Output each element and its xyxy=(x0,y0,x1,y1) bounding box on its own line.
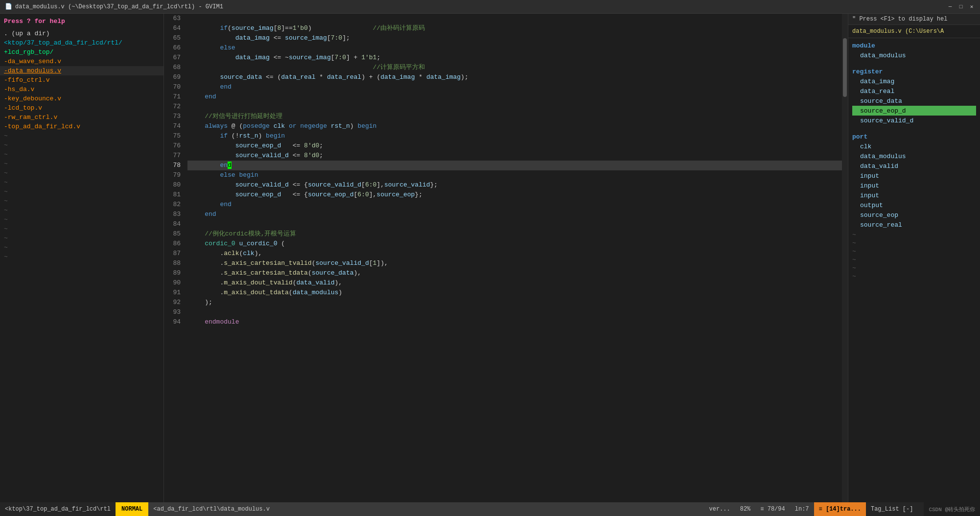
status-bar: <ktop\37_top_ad_da_fir_lcd\rtl NORMAL <a… xyxy=(0,502,980,516)
ln-87: 87 xyxy=(164,249,184,258)
ln-90: 90 xyxy=(164,278,184,288)
tilde-4: ~ xyxy=(0,159,163,168)
code-line-71: end xyxy=(187,92,842,102)
ln-84: 84 xyxy=(164,219,184,229)
tag-item-output[interactable]: output xyxy=(852,200,976,210)
tag-item-input-1[interactable]: input xyxy=(852,171,976,181)
tag-item-source-real[interactable]: source_real xyxy=(852,220,976,230)
tag-item-input-2[interactable]: input xyxy=(852,181,976,190)
ln-88: 88 xyxy=(164,258,184,268)
tag-item-source-eop[interactable]: source_eop xyxy=(852,210,976,220)
code-line-73: //对信号进行打拍延时处理 xyxy=(187,112,842,121)
tag-item-source-valid-d[interactable]: source_valid_d xyxy=(852,116,976,125)
code-line-79: else begin xyxy=(187,170,842,180)
tag-item-clk[interactable]: clk xyxy=(852,141,976,151)
ln-71: 71 xyxy=(164,92,184,102)
code-content[interactable]: if(source_imag[8]==1'b0) //由补码计算原码 data_… xyxy=(187,14,842,502)
status-taglist-label: Tag_List [-] xyxy=(866,502,918,516)
code-line-67: data_imag <= ~source_imag[7:0] + 1'b1; xyxy=(187,53,842,63)
code-line-64: if(source_imag[8]==1'b0) //由补码计算原码 xyxy=(187,23,842,33)
taglist-tilde-4: ~ xyxy=(848,256,980,264)
taglist-help-text: " Press <F1> to display hel xyxy=(852,16,947,23)
status-path-left: <ktop\37_top_ad_da_fir_lcd\rtl xyxy=(0,502,116,516)
code-line-86: cordic_0 u_cordic_0 ( xyxy=(187,239,842,249)
file-tree-sidebar: Press ? for help . (up a dir) <ktop/37_t… xyxy=(0,14,164,502)
sidebar-item-lcd-rgb-top[interactable]: +lcd_rgb_top/ xyxy=(0,47,163,57)
tilde-2: ~ xyxy=(0,141,163,150)
tilde-11: ~ xyxy=(0,224,163,234)
ln-85: 85 xyxy=(164,229,184,239)
tilde-8: ~ xyxy=(0,196,163,206)
scrollbar-thumb[interactable] xyxy=(843,38,847,97)
status-fill xyxy=(918,502,924,516)
code-line-90: .m_axis_dout_tvalid(data_valid), xyxy=(187,278,842,288)
code-line-93 xyxy=(187,307,842,317)
ln-92: 92 xyxy=(164,298,184,307)
status-ver: ver... xyxy=(704,502,735,516)
code-line-74: always @ (posedge clk or negedge rst_n) … xyxy=(187,121,842,131)
tag-item-data-valid[interactable]: data_valid xyxy=(852,161,976,171)
status-right-section: ver... 82% ≡ 78/94 ln:7 ≡ [14]tra... Tag… xyxy=(704,502,980,516)
title-bar: 📄 data_modulus.v (~\Desktop\37_top_ad_da… xyxy=(0,0,980,14)
sidebar-item-da-wave-send[interactable]: -da_wave_send.v xyxy=(0,57,163,66)
tilde-6: ~ xyxy=(0,178,163,187)
code-line-63 xyxy=(187,14,842,23)
sidebar-item-lcd-top[interactable]: -lcd_top.v xyxy=(0,103,163,113)
title-text: data_modulus.v (~\Desktop\37_top_ad_da_f… xyxy=(15,3,947,10)
sidebar-item-key-debounce[interactable]: -key_debounce.v xyxy=(0,94,163,103)
sidebar-item-rw-ram-ctrl[interactable]: -rw_ram_ctrl.v xyxy=(0,113,163,122)
code-line-65: data_imag <= source_imag[7:0]; xyxy=(187,33,842,43)
code-line-82: end xyxy=(187,200,842,210)
window-controls: ─ □ ✕ xyxy=(947,3,975,10)
taglist-tilde-3: ~ xyxy=(848,247,980,256)
code-line-68: //计算原码平方和 xyxy=(187,63,842,72)
tilde-13: ~ xyxy=(0,243,163,252)
code-line-89: .s_axis_cartesian_tdata(source_data), xyxy=(187,268,842,278)
maximize-button[interactable]: □ xyxy=(957,3,964,10)
code-line-92: ); xyxy=(187,298,842,307)
code-line-83: end xyxy=(187,210,842,219)
code-line-85: //例化cordic模块,开根号运算 xyxy=(187,229,842,239)
code-view[interactable]: 63 64 65 66 67 68 69 70 71 72 73 74 75 7… xyxy=(164,14,842,502)
tilde-10: ~ xyxy=(0,215,163,224)
tag-item-source-eop-d[interactable]: source_eop_d xyxy=(852,106,976,116)
sidebar-item-data-modulus[interactable]: -data_modulus.v xyxy=(0,66,163,75)
tag-item-data-imag[interactable]: data_imag xyxy=(852,76,976,86)
sidebar-item-root-dir[interactable]: <ktop/37_top_ad_da_fir_lcd/rtl/ xyxy=(0,38,163,47)
tag-section-module: module data_modulus xyxy=(848,38,980,61)
sidebar-item-top-ad-da[interactable]: -top_ad_da_fir_lcd.v xyxy=(0,122,163,131)
line-numbers: 63 64 65 66 67 68 69 70 71 72 73 74 75 7… xyxy=(164,14,187,502)
sidebar-item-hs-da[interactable]: -hs_da.v xyxy=(0,85,163,94)
tilde-1: ~ xyxy=(0,131,163,141)
taglist-tilde-6: ~ xyxy=(848,272,980,281)
tag-item-data-real[interactable]: data_real xyxy=(852,86,976,96)
tag-item-data-modulus-port[interactable]: data_modulus xyxy=(852,151,976,161)
code-line-66: else xyxy=(187,43,842,53)
sidebar-item-up-dir[interactable]: . (up a dir) xyxy=(0,29,163,38)
ln-70: 70 xyxy=(164,82,184,92)
code-line-77: source_valid_d <= 8'd0; xyxy=(187,151,842,161)
code-line-69: source_data <= (data_real * data_real) +… xyxy=(187,72,842,82)
ln-81: 81 xyxy=(164,190,184,200)
editor-scrollbar[interactable] xyxy=(842,14,848,502)
minimize-button[interactable]: ─ xyxy=(947,3,954,10)
taglist-tilde-1: ~ xyxy=(848,231,980,239)
code-line-91: .m_axis_dout_tdata(data_modulus) xyxy=(187,288,842,298)
tag-item-data-modulus-module[interactable]: data_modulus xyxy=(852,50,976,60)
taglist-panel: " Press <F1> to display hel data_modulus… xyxy=(848,14,980,502)
tilde-3: ~ xyxy=(0,150,163,159)
tag-section-title-port: port xyxy=(852,133,976,141)
code-line-80: source_valid_d <= {source_valid_d[6:0],s… xyxy=(187,180,842,190)
ln-83: 83 xyxy=(164,210,184,219)
tag-item-input-3[interactable]: input xyxy=(852,190,976,200)
ln-79: 79 xyxy=(164,170,184,180)
tag-item-source-data[interactable]: source_data xyxy=(852,96,976,106)
status-line-info: ≡ 78/94 xyxy=(755,502,790,516)
close-button[interactable]: ✕ xyxy=(968,3,975,10)
status-tag: ≡ [14]tra... xyxy=(814,502,866,516)
sidebar-item-fifo-ctrl[interactable]: -fifo_ctrl.v xyxy=(0,75,163,85)
taglist-header: " Press <F1> to display hel xyxy=(848,14,980,25)
watermark: CSDN @砖头拍死你 xyxy=(924,502,980,516)
status-mode: NORMAL xyxy=(116,502,148,516)
ln-67: 67 xyxy=(164,53,184,63)
